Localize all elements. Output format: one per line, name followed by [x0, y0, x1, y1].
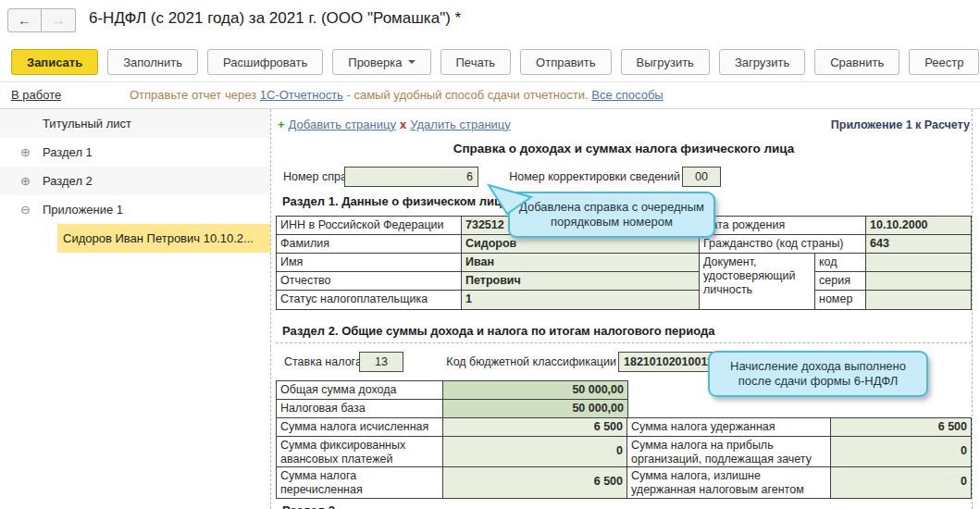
decipher-button[interactable]: Расшифровать: [207, 49, 323, 75]
check-menu-button[interactable]: Проверка: [332, 49, 430, 75]
forward-icon[interactable]: →: [42, 8, 76, 32]
tax-withheld-label-cell: Сумма налога удержанная: [627, 418, 831, 437]
report-sections-tree: Титульный лист ⊕ Раздел 1 ⊕ Раздел 2 ⊖ П…: [0, 109, 270, 509]
status-text-before: Отправьте отчет через: [130, 88, 256, 102]
tooltip-text: Добавлена справка с очередным порядковым…: [519, 200, 704, 229]
status-message: Отправьте отчет через 1С-Отчетность - са…: [130, 88, 664, 102]
firstname-field[interactable]: Иван: [462, 254, 700, 272]
compare-button[interactable]: Сравнить: [814, 49, 899, 75]
page-edge-dashed-line: [972, 109, 973, 509]
expand-icon[interactable]: ⊕: [20, 138, 31, 167]
send-button[interactable]: Отправить: [520, 49, 611, 75]
collapse-icon[interactable]: ⊖: [20, 195, 31, 224]
tax-transferred-field[interactable]: 6 500: [443, 467, 627, 498]
status-text-after: - самый удобный способ сдачи отчетности.: [347, 88, 589, 102]
surname-field[interactable]: Сидоров: [462, 235, 700, 254]
tooltip-tail-icon: [486, 183, 534, 218]
taxpayer-status-label-cell: Статус налогоплательщика: [277, 291, 462, 309]
tax-base-label-cell: Налоговая база: [277, 400, 443, 418]
profit-tax-label-cell: Сумма налога на прибыль организаций, под…: [627, 437, 831, 467]
sidebar-item-appendix1[interactable]: ⊖ Приложение 1: [0, 195, 270, 224]
sidebar-item-label: Приложение 1: [43, 195, 123, 224]
sidebar-splitter[interactable]: [270, 109, 271, 509]
service-link[interactable]: 1С-Отчетность: [260, 88, 343, 102]
sidebar-item-label: Титульный лист: [43, 109, 131, 138]
all-ways-link[interactable]: Все способы: [591, 88, 663, 102]
back-icon[interactable]: ←: [7, 8, 42, 32]
sidebar-item-section1[interactable]: ⊕ Раздел 1: [0, 138, 270, 167]
citizenship-field[interactable]: 643: [866, 235, 971, 254]
save-button[interactable]: Записать: [11, 49, 98, 75]
report-state-link[interactable]: В работе: [11, 88, 61, 102]
tax-excess-field[interactable]: 0: [831, 467, 971, 498]
tax-withheld-field[interactable]: 6 500: [831, 418, 971, 437]
tax-totals-table: Сумма налога исчисленная 6 500 Сумма нал…: [276, 417, 972, 499]
nav-history-group: ← →: [7, 8, 76, 32]
print-button[interactable]: Печать: [440, 49, 512, 75]
birth-date-field[interactable]: 10.10.2000: [866, 217, 971, 235]
sidebar-item-label: Раздел 2: [43, 167, 93, 195]
delete-page-link[interactable]: xУдалить страницу: [400, 118, 511, 131]
doc-series-label-cell: серия: [815, 272, 866, 291]
tooltip-text: Начисление дохода выполнено после сдачи …: [730, 359, 906, 388]
sidebar-item-label: Раздел 1: [43, 138, 93, 167]
tooltip-income-after-submit: Начисление дохода выполнено после сдачи …: [708, 351, 928, 397]
expand-icon[interactable]: ⊕: [20, 167, 31, 195]
selected-person-row[interactable]: Сидоров Иван Петрович 10.10.2...: [57, 224, 270, 253]
doc-number-field[interactable]: [866, 291, 971, 309]
check-button-label: Проверка: [348, 56, 402, 69]
tax-excess-label-cell: Сумма налога, излишне удержанная налогов…: [627, 467, 831, 498]
sidebar-item-person[interactable]: Сидоров Иван Петрович 10.10.2...: [0, 224, 270, 253]
correction-label: Номер корректировки сведений: [509, 170, 680, 183]
section2-heading: Раздел 2. Общие суммы дохода и налога по…: [282, 324, 714, 338]
total-income-label-cell: Общая сумма дохода: [277, 381, 443, 400]
citizenship-label-cell: Гражданство (код страны): [700, 235, 866, 254]
tax-rate-label: Ставка налога: [284, 355, 362, 368]
income-totals-table: Общая сумма дохода 50 000,00 Налоговая б…: [276, 380, 628, 419]
sidebar-item-title-sheet[interactable]: Титульный лист: [0, 109, 270, 138]
delete-x-icon: x: [400, 118, 406, 131]
tax-base-field[interactable]: 50 000,00: [443, 400, 627, 418]
tax-calculated-field[interactable]: 6 500: [443, 418, 627, 437]
doc-series-field[interactable]: [866, 272, 971, 291]
delete-page-label: Удалить страницу: [410, 118, 511, 131]
fixed-advance-field[interactable]: 0: [443, 437, 627, 467]
import-button[interactable]: Загрузить: [719, 49, 805, 75]
form-title: Справка о доходах и суммах налога физиче…: [276, 142, 972, 155]
profit-tax-field[interactable]: 0: [831, 437, 971, 467]
toolbar-separator: [0, 81, 980, 82]
plus-icon: +: [278, 118, 285, 131]
doc-code-label-cell: код: [815, 254, 866, 272]
firstname-label-cell: Имя: [277, 254, 462, 272]
add-page-label: Добавить страницу: [289, 118, 396, 131]
tax-rate-field[interactable]: 13: [359, 352, 403, 372]
section3-heading-clipped: Раздел 3.: [282, 503, 339, 509]
appendix-corner-caption: Приложение 1 к Расчету: [831, 118, 970, 131]
registry-button[interactable]: Реестр: [909, 49, 979, 75]
export-button[interactable]: Выгрузить: [621, 49, 710, 75]
sidebar-item-section2[interactable]: ⊕ Раздел 2: [0, 167, 270, 195]
taxpayer-status-field[interactable]: 1: [462, 291, 700, 309]
ref-number-field[interactable]: 6: [344, 167, 478, 187]
correction-field[interactable]: 00: [682, 167, 721, 187]
tax-calculated-label-cell: Сумма налога исчисленная: [277, 418, 443, 437]
patronymic-field[interactable]: Петрович: [462, 272, 700, 291]
chevron-down-icon: [408, 60, 416, 64]
inn-label-cell: ИНН в Российской Федерации: [277, 217, 462, 235]
rate-group-dashed-border: [276, 342, 972, 343]
fixed-advance-label-cell: Сумма фиксированных авансовых платежей: [277, 437, 443, 467]
fill-button[interactable]: Заполнить: [107, 49, 198, 75]
surname-label-cell: Фамилия: [277, 235, 462, 254]
patronymic-label-cell: Отчество: [277, 272, 462, 291]
add-page-link[interactable]: +Добавить страницу: [278, 118, 396, 131]
doc-number-label-cell: номер: [815, 291, 866, 309]
tooltip-added-certificate: Добавлена справка с очередным порядковым…: [508, 192, 715, 238]
doc-code-field[interactable]: [866, 254, 971, 272]
toolbar: Записать Заполнить Расшифровать Проверка…: [11, 49, 973, 75]
kbk-label: Код бюджетной классификации: [446, 355, 616, 368]
tax-transferred-label-cell: Сумма налога перечисленная: [277, 467, 443, 498]
section1-heading: Раздел 1. Данные о физическом лице: [282, 194, 508, 208]
status-bar: В работе Отправьте отчет через 1С-Отчетн…: [0, 85, 980, 108]
page-title: 6-НДФЛ (с 2021 года) за 2021 г. (ООО "Ро…: [89, 9, 461, 28]
total-income-field[interactable]: 50 000,00: [443, 381, 627, 400]
